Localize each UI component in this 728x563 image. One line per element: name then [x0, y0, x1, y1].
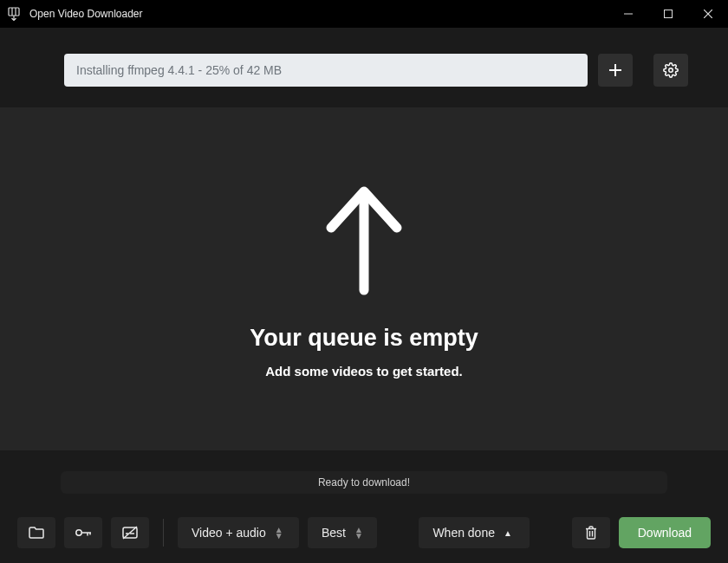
settings-button[interactable]	[653, 54, 688, 87]
svg-line-19	[123, 527, 137, 539]
open-folder-button[interactable]	[17, 517, 55, 548]
maximize-icon	[664, 10, 673, 18]
clear-button[interactable]	[572, 517, 610, 548]
titlebar: Open Video Downloader	[0, 0, 728, 28]
download-button[interactable]: Download	[619, 517, 711, 548]
close-icon	[704, 10, 712, 18]
window-minimize-button[interactable]	[608, 0, 648, 28]
app-icon	[7, 7, 21, 21]
quality-label: Best	[322, 526, 346, 540]
trash-icon	[585, 526, 597, 540]
queue-empty-title: Your queue is empty	[250, 325, 478, 352]
format-dropdown[interactable]: Video + audio ▲▼	[178, 517, 299, 548]
svg-point-10	[669, 68, 673, 73]
add-button[interactable]	[598, 54, 633, 87]
format-label: Video + audio	[192, 526, 266, 540]
when-done-label: When done	[432, 526, 495, 540]
sort-icon: ▲▼	[354, 527, 363, 539]
status-text: Ready to download!	[318, 476, 410, 489]
topbar	[0, 28, 728, 113]
arrow-up-icon	[312, 179, 416, 301]
separator	[163, 519, 164, 547]
key-button[interactable]	[64, 517, 102, 548]
status-strip: Ready to download!	[61, 471, 667, 494]
svg-point-12	[76, 530, 81, 535]
quality-dropdown[interactable]: Best ▲▼	[308, 517, 377, 548]
sort-icon: ▲▼	[275, 527, 283, 539]
svg-rect-5	[665, 10, 673, 18]
gear-icon	[663, 62, 679, 78]
download-label: Download	[638, 526, 692, 540]
queue-area: Your queue is empty Add some videos to g…	[0, 107, 728, 450]
window-maximize-button[interactable]	[648, 0, 688, 28]
folder-icon	[29, 527, 44, 539]
window-close-button[interactable]	[688, 0, 728, 28]
minimize-icon	[624, 10, 633, 18]
key-icon	[75, 527, 92, 538]
subtitle-toggle-button[interactable]	[111, 517, 149, 548]
when-done-dropdown[interactable]: When done ▲	[419, 517, 530, 548]
subtitle-off-icon	[122, 526, 138, 540]
url-input[interactable]	[64, 54, 588, 87]
bottombar: Video + audio ▲▼ Best ▲▼ When done ▲ Dow…	[0, 502, 728, 563]
caret-up-icon: ▲	[504, 528, 512, 538]
queue-empty-subtitle: Add some videos to get started.	[265, 364, 463, 379]
plus-icon	[608, 62, 623, 78]
app-title: Open Video Downloader	[29, 8, 143, 20]
svg-rect-0	[9, 8, 19, 16]
